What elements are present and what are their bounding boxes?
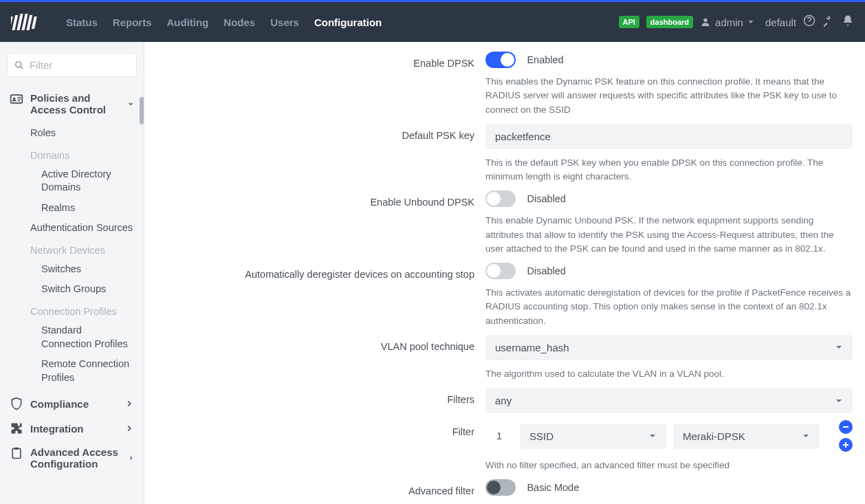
sidebar-filter[interactable] xyxy=(7,53,137,77)
sidebar-roles[interactable]: Roles xyxy=(0,127,144,140)
autodereg-label: Automatically deregister devices on acco… xyxy=(149,263,485,328)
enable-dpsk-help: This enables the Dynamic PSK feature on … xyxy=(485,75,853,117)
user-menu[interactable]: admin xyxy=(700,17,754,28)
sidebar-netdev-hdr: Network Devices xyxy=(0,245,144,256)
sidebar-policies[interactable]: Policies and Access Control xyxy=(0,87,144,121)
autodereg-toggle[interactable] xyxy=(485,263,516,279)
autodereg-state: Disabled xyxy=(527,265,565,276)
sidebar-remote-conn-profiles[interactable]: Remote Connection Profiles xyxy=(0,358,144,384)
caret-down-icon xyxy=(747,19,754,25)
chevron-right-icon xyxy=(124,399,134,408)
filters-label: Filters xyxy=(149,388,485,413)
scrollbar-thumb[interactable] xyxy=(140,97,144,124)
vlan-select[interactable]: username_hash xyxy=(485,335,853,360)
shield-icon xyxy=(10,397,23,410)
form-content: Enable DPSK Enabled This enables the Dyn… xyxy=(144,42,865,504)
nav-nodes[interactable]: Nodes xyxy=(223,17,255,28)
svg-point-8 xyxy=(16,61,21,67)
svg-rect-12 xyxy=(12,449,21,459)
psk-key-help: This is the default PSK key when you ena… xyxy=(485,156,853,184)
svg-rect-1 xyxy=(12,15,18,30)
caret-down-icon xyxy=(835,343,843,351)
enable-dpsk-label: Enable DPSK xyxy=(149,52,485,117)
filters-select[interactable]: any xyxy=(485,388,853,413)
enable-dpsk-toggle[interactable] xyxy=(485,52,516,68)
search-icon xyxy=(14,60,24,71)
sidebar-std-conn-profiles[interactable]: Standard Connection Profiles xyxy=(0,324,144,351)
unbound-dpsk-toggle[interactable] xyxy=(485,190,516,207)
sidebar-conn-profiles-hdr: Connection Profiles xyxy=(0,306,144,317)
remove-filter-button[interactable] xyxy=(839,420,853,434)
tenant-menu[interactable]: default xyxy=(761,17,796,28)
filter-label: Filter xyxy=(149,420,485,472)
filter-help: With no filter specified, an advanced fi… xyxy=(485,459,853,472)
nav-users[interactable]: Users xyxy=(270,17,299,28)
svg-line-9 xyxy=(21,66,23,68)
caret-down-icon xyxy=(648,432,657,440)
nav-status[interactable]: Status xyxy=(66,17,98,28)
autodereg-help: This activates automatic deregistation o… xyxy=(485,286,853,328)
psk-key-input[interactable] xyxy=(485,124,853,149)
nav-reports[interactable]: Reports xyxy=(113,17,152,28)
chevron-right-icon xyxy=(124,424,134,433)
svg-rect-16 xyxy=(843,444,848,446)
logo[interactable] xyxy=(11,11,50,33)
svg-rect-3 xyxy=(21,14,28,30)
svg-rect-0 xyxy=(11,17,13,29)
svg-point-11 xyxy=(13,98,15,100)
unbound-dpsk-label: Enable Unbound DPSK xyxy=(149,190,485,256)
nav-configuration[interactable]: Configuration xyxy=(314,17,382,28)
svg-rect-14 xyxy=(843,426,848,428)
bell-icon[interactable] xyxy=(842,14,854,30)
tools-icon[interactable] xyxy=(822,14,835,30)
svg-point-6 xyxy=(703,19,707,22)
enable-dpsk-state: Enabled xyxy=(527,54,563,65)
sidebar-switches[interactable]: Switches xyxy=(0,263,144,276)
vlan-help: The algorithm used to calculate the VLAN… xyxy=(485,367,853,381)
filter-index: 1 xyxy=(485,430,513,441)
api-badge[interactable]: API xyxy=(619,16,639,28)
filter-value-select[interactable]: Meraki-DPSK xyxy=(673,424,820,449)
svg-rect-13 xyxy=(15,448,19,450)
caret-down-icon xyxy=(802,432,810,440)
add-filter-button[interactable] xyxy=(839,438,853,452)
sidebar-advanced[interactable]: Advanced Access Configuration xyxy=(0,441,144,475)
top-navbar: Status Reports Auditing Nodes Users Conf… xyxy=(0,2,865,42)
clipboard-icon xyxy=(10,446,23,460)
caret-down-icon xyxy=(835,397,843,405)
dashboard-badge[interactable]: dashboard xyxy=(646,16,693,28)
puzzle-icon xyxy=(10,421,23,435)
sidebar-integration[interactable]: Integration xyxy=(0,416,144,441)
sidebar-ad-domains[interactable]: Active Directory Domains xyxy=(0,168,144,195)
unbound-dpsk-help: This enable Dynamic Unbound PSK. If the … xyxy=(485,214,853,256)
advanced-filter-toggle[interactable] xyxy=(485,479,516,496)
minus-icon xyxy=(842,424,849,430)
nav-auditing[interactable]: Auditing xyxy=(167,17,209,28)
filter-type-select[interactable]: SSID xyxy=(520,424,666,449)
sidebar-realms[interactable]: Realms xyxy=(0,201,144,215)
svg-rect-2 xyxy=(17,14,23,30)
help-icon[interactable] xyxy=(803,14,815,30)
user-icon xyxy=(700,17,711,28)
unbound-dpsk-state: Disabled xyxy=(527,193,565,204)
sidebar-switch-groups[interactable]: Switch Groups xyxy=(0,283,144,296)
advanced-filter-state: Basic Mode xyxy=(527,482,579,493)
sidebar: Policies and Access Control Roles Domain… xyxy=(0,42,144,504)
svg-rect-5 xyxy=(32,17,37,29)
id-card-icon xyxy=(10,92,23,106)
sidebar-auth-sources[interactable]: Authentication Sources xyxy=(0,221,144,235)
chevron-right-icon xyxy=(128,453,134,463)
psk-key-label: Default PSK key xyxy=(149,124,485,184)
plus-icon xyxy=(842,441,849,448)
sidebar-policies-label: Policies and Access Control xyxy=(30,92,127,116)
chevron-down-icon xyxy=(127,99,134,109)
vlan-label: VLAN pool technique xyxy=(149,335,485,381)
sidebar-compliance[interactable]: Compliance xyxy=(0,391,144,416)
filter-input[interactable] xyxy=(30,59,129,71)
advanced-filter-label: Advanced filter xyxy=(149,479,485,504)
sidebar-domains-hdr: Domains xyxy=(0,150,144,161)
svg-rect-4 xyxy=(26,15,32,30)
